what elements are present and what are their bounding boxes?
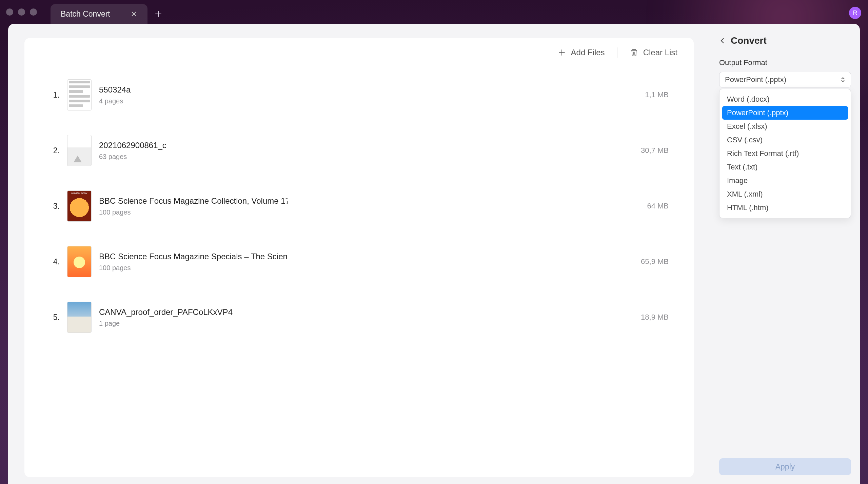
output-format-label: Output Format xyxy=(719,58,851,67)
clear-list-button[interactable]: Clear List xyxy=(630,48,677,57)
window-minimize-button[interactable] xyxy=(18,8,25,16)
file-thumbnail: HUMAN BODY xyxy=(67,190,92,222)
file-pages: 100 pages xyxy=(99,208,633,216)
avatar[interactable]: R xyxy=(849,7,861,19)
clear-list-label: Clear List xyxy=(643,48,677,57)
file-index: 3. xyxy=(50,202,60,211)
file-info: 2021062900861_c63 pages xyxy=(99,141,627,161)
format-option[interactable]: HTML (.htm) xyxy=(722,201,848,215)
main-window: Add Files Clear List 1.550324a4 pages1,1… xyxy=(8,24,860,484)
file-thumbnail xyxy=(67,79,92,110)
format-option[interactable]: Word (.docx) xyxy=(722,93,848,106)
file-info: BBC Science Focus Magazine Collection, V… xyxy=(99,196,633,216)
file-thumbnail xyxy=(67,302,92,333)
file-pages: 63 pages xyxy=(99,153,627,161)
plus-icon xyxy=(155,10,162,18)
file-size: 30,7 MB xyxy=(641,146,669,155)
file-info: BBC Science Focus Magazine Specials – Th… xyxy=(99,252,627,272)
file-info: CANVA_proof_order_PAFCoLKxVP41 page xyxy=(99,307,627,327)
chevron-updown-icon xyxy=(841,77,845,82)
file-toolbar: Add Files Clear List xyxy=(24,38,694,64)
output-format-value: PowerPoint (.pptx) xyxy=(725,75,786,84)
file-size: 18,9 MB xyxy=(641,313,669,322)
title-bar: Batch Convert R xyxy=(0,0,868,24)
file-pages: 100 pages xyxy=(99,264,627,272)
file-list: 1.550324a4 pages1,1 MB2.2021062900861_c6… xyxy=(24,64,694,477)
window-controls xyxy=(6,8,37,16)
format-option[interactable]: XML (.xml) xyxy=(722,187,848,201)
file-name: BBC Science Focus Magazine Specials – Th… xyxy=(99,252,288,261)
file-info: 550324a4 pages xyxy=(99,85,631,105)
tab-title: Batch Convert xyxy=(61,9,110,19)
plus-icon xyxy=(557,48,566,57)
file-pages: 1 page xyxy=(99,320,627,327)
format-option[interactable]: Excel (.xlsx) xyxy=(722,120,848,133)
file-row[interactable]: 2.2021062900861_c63 pages30,7 MB xyxy=(38,123,680,178)
file-list-pane: Add Files Clear List 1.550324a4 pages1,1… xyxy=(8,24,710,484)
file-name: BBC Science Focus Magazine Collection, V… xyxy=(99,196,288,206)
file-panel: Add Files Clear List 1.550324a4 pages1,1… xyxy=(24,38,694,477)
new-tab-button[interactable] xyxy=(153,8,164,19)
file-thumbnail xyxy=(67,246,92,277)
add-files-button[interactable]: Add Files xyxy=(557,48,605,57)
file-index: 2. xyxy=(50,146,60,155)
convert-sidebar: Convert Output Format PowerPoint (.pptx)… xyxy=(710,24,860,484)
file-name: 550324a xyxy=(99,85,288,95)
file-size: 65,9 MB xyxy=(641,257,669,266)
file-index: 5. xyxy=(50,313,60,322)
sidebar-title: Convert xyxy=(731,35,767,46)
file-row[interactable]: 3.HUMAN BODYBBC Science Focus Magazine C… xyxy=(38,178,680,234)
close-icon[interactable] xyxy=(131,11,137,17)
file-index: 4. xyxy=(50,257,60,266)
output-format-select[interactable]: PowerPoint (.pptx) xyxy=(719,72,851,87)
file-thumbnail xyxy=(67,135,92,166)
trash-icon xyxy=(630,48,638,57)
apply-label: Apply xyxy=(775,462,795,471)
add-files-label: Add Files xyxy=(571,48,605,57)
tab-batch-convert[interactable]: Batch Convert xyxy=(51,4,147,24)
format-option[interactable]: CSV (.csv) xyxy=(722,133,848,147)
format-option[interactable]: Image xyxy=(722,174,848,187)
chevron-left-icon[interactable] xyxy=(719,37,726,44)
file-size: 64 MB xyxy=(647,202,669,210)
output-format-dropdown: Word (.docx)PowerPoint (.pptx)Excel (.xl… xyxy=(719,89,851,218)
file-pages: 4 pages xyxy=(99,97,631,105)
format-option[interactable]: Rich Text Format (.rtf) xyxy=(722,147,848,160)
avatar-initial: R xyxy=(853,9,857,17)
file-name: CANVA_proof_order_PAFCoLKxVP4 xyxy=(99,307,288,317)
file-row[interactable]: 4.BBC Science Focus Magazine Specials – … xyxy=(38,234,680,289)
file-index: 1. xyxy=(50,90,60,100)
window-zoom-button[interactable] xyxy=(30,8,37,16)
sidebar-header: Convert xyxy=(719,35,851,46)
format-option[interactable]: Text (.txt) xyxy=(722,160,848,174)
toolbar-divider xyxy=(617,47,617,58)
format-option[interactable]: PowerPoint (.pptx) xyxy=(722,106,848,120)
apply-button[interactable]: Apply xyxy=(719,458,851,475)
file-row[interactable]: 1.550324a4 pages1,1 MB xyxy=(38,67,680,123)
file-size: 1,1 MB xyxy=(645,90,669,99)
file-name: 2021062900861_c xyxy=(99,141,288,150)
file-row[interactable]: 5.CANVA_proof_order_PAFCoLKxVP41 page18,… xyxy=(38,289,680,345)
window-close-button[interactable] xyxy=(6,8,13,16)
